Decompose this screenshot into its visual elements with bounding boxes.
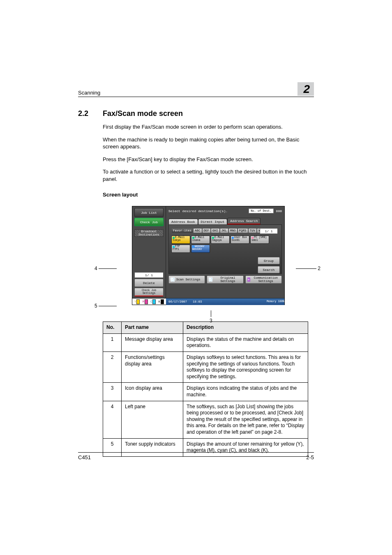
message-text: Select desired destination(s). — [168, 209, 249, 213]
alpha-tuv[interactable]: TUV — [248, 228, 257, 233]
table-row: 4 Left pane The softkeys, such as [Job L… — [103, 401, 308, 438]
toner-bar-k — [161, 299, 164, 304]
tab-direct-input[interactable]: Direct Input — [198, 219, 228, 224]
paragraph: Press the [Fax/Scan] key to display the … — [103, 156, 314, 163]
job-list-button[interactable]: Job List — [134, 208, 164, 217]
address-entry[interactable]: FTPFTP1 — [171, 245, 190, 253]
toner-bar-c — [152, 299, 156, 304]
address-entry[interactable]: E-Mailtokyo — [171, 236, 190, 244]
doc-icon: 📄 — [171, 278, 175, 282]
running-header: Scanning 2 — [78, 82, 314, 97]
main-tabs: Address Book Direct Input Address Search — [166, 217, 284, 224]
check-job-settings-button[interactable]: Check Job Settings — [134, 288, 164, 296]
paragraph: First display the Fax/Scan mode screen i… — [103, 123, 314, 131]
address-entry[interactable]: E-Mailnagoya — [211, 236, 230, 244]
tab-scan-settings[interactable]: 📄Scan Settings — [168, 275, 205, 284]
search-button[interactable]: Search — [258, 266, 280, 273]
figure: 1 2 3 4 5 Job List Check Job Broadcast — [103, 206, 314, 305]
alpha-jkl[interactable]: JKL — [220, 228, 229, 233]
section-title: 2.2Fax/Scan mode screen — [78, 109, 314, 118]
paragraph: To activate a function or to select a se… — [103, 168, 314, 183]
callout-4: 4 — [95, 266, 97, 271]
doc-icon: 📄 — [209, 278, 212, 282]
status-memory-pct: 100% — [278, 300, 284, 303]
table-row: 3 Icon display area Displays icons indic… — [103, 383, 308, 401]
header-section: Scanning — [78, 90, 100, 96]
message-bar: Select desired destination(s). No. of De… — [166, 206, 284, 215]
address-entry[interactable]: WebDAVWebDAV — [191, 245, 210, 253]
alpha-pqrs[interactable]: PQRS — [238, 228, 248, 233]
chapter-badge: 2 — [297, 82, 314, 96]
tab-address-search[interactable]: Address Search — [227, 218, 261, 224]
page-footer: C451 2-5 — [78, 452, 314, 460]
paragraph: When the machine is ready to begin makin… — [103, 136, 314, 150]
th-no: No. — [103, 322, 122, 334]
alpha-ghi[interactable]: GHI — [211, 228, 220, 233]
toner-bar-y — [136, 299, 140, 304]
footer-model: C451 — [78, 454, 91, 460]
alpha-abc[interactable]: ABC — [193, 228, 202, 233]
broadcast-destinations: Broadcast Destinations — [134, 229, 164, 237]
check-job-button[interactable]: Check Job — [134, 218, 164, 226]
toner-bar-m — [145, 299, 148, 304]
left-page-indicator: 1/ 1 — [134, 272, 164, 278]
parts-table: No. Part name Description 1 Message disp… — [103, 321, 308, 457]
bottom-tabs: 📄Scan Settings 📄Original Settings ✉Commu… — [168, 275, 282, 284]
tab-content: Favor-ites ABC DEF GHI JKL MNO PQRS TUV … — [168, 224, 282, 274]
comm-icon: ✉ — [247, 278, 250, 282]
right-page-indicator: 1/ 1 — [260, 228, 278, 234]
footer-page: 2-5 — [306, 454, 314, 460]
th-part: Part name — [122, 322, 183, 334]
fax-scan-screenshot: Job List Check Job Broadcast Destination… — [132, 206, 285, 305]
alpha-mno[interactable]: MNO — [228, 228, 238, 233]
tab-communication-settings[interactable]: ✉Communication Settings — [245, 275, 282, 284]
dest-count-label: No. of Dest. — [249, 208, 273, 213]
dest-count: 000 — [276, 209, 282, 213]
status-memory-label: Memory — [267, 300, 276, 303]
table-row: 1 Message display area Displays the stat… — [103, 333, 308, 352]
toner-indicators: Y M C K — [132, 298, 166, 305]
callout-3: 3 — [210, 318, 212, 324]
alpha-def[interactable]: DEF — [202, 228, 211, 233]
callout-2: 2 — [318, 266, 321, 271]
subheading: Screen layout — [103, 192, 314, 198]
status-date: 06/17/2007 — [168, 300, 187, 303]
delete-button[interactable]: Delete — [134, 279, 164, 287]
group-button[interactable]: Group — [258, 257, 280, 264]
screenshot-footer: Y M C K 06/17/2007 18:03 Memory 100% — [132, 298, 284, 305]
callout-5: 5 — [95, 303, 97, 309]
tab-original-settings[interactable]: 📄Original Settings — [207, 275, 243, 284]
table-row: 2 Functions/settings display area Displa… — [103, 352, 308, 383]
address-entry[interactable]: User Boxbox01 — [231, 236, 249, 244]
tab-address-book[interactable]: Address Book — [168, 219, 198, 224]
status-time: 18:03 — [193, 300, 202, 303]
th-desc: Description — [183, 322, 308, 334]
alpha-favorites[interactable]: Favor-ites — [171, 228, 193, 233]
left-pane: Job List Check Job Broadcast Destination… — [132, 206, 166, 298]
status-bar: 06/17/2007 18:03 Memory 100% — [166, 298, 284, 305]
address-entry[interactable]: E-Mailosaka — [191, 236, 210, 244]
